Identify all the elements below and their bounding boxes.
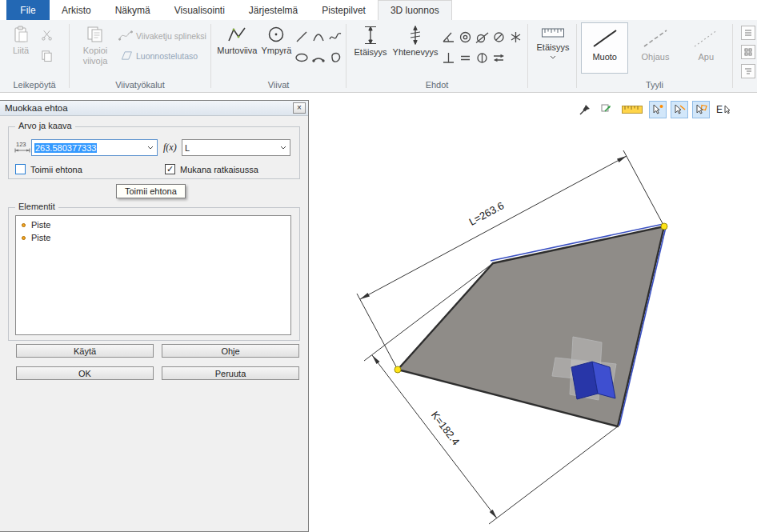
value-combobox[interactable]: 263.580377333 bbox=[31, 139, 158, 156]
blue-solid[interactable] bbox=[571, 362, 615, 399]
checkbox-box-checked[interactable]: ✓ bbox=[165, 164, 175, 174]
ellipse-button[interactable] bbox=[294, 48, 310, 67]
coincident-condition-button[interactable] bbox=[491, 27, 507, 46]
pattern-condition-button[interactable] bbox=[507, 27, 524, 46]
measure-button[interactable] bbox=[619, 101, 645, 118]
tab-jarjestelma[interactable]: Järjestelmä bbox=[237, 0, 310, 20]
apply-button[interactable]: Käytä bbox=[16, 344, 154, 358]
dialog-close-button[interactable]: × bbox=[293, 102, 306, 114]
congruence-icon bbox=[406, 25, 425, 46]
polyline-icon bbox=[226, 25, 247, 44]
tangent-condition-button[interactable] bbox=[474, 27, 491, 46]
pin-viewport-button[interactable] bbox=[576, 101, 594, 118]
elements-group-label: Elementit bbox=[15, 202, 58, 211]
paste-button[interactable]: Liitä bbox=[4, 22, 38, 75]
tangent-icon bbox=[475, 30, 490, 45]
circle-button[interactable]: Ympyrä bbox=[259, 22, 294, 75]
sketch-face[interactable] bbox=[398, 226, 664, 426]
acts-as-condition-checkbox[interactable]: Toimii ehtona bbox=[15, 164, 82, 174]
copy-button[interactable] bbox=[38, 46, 55, 64]
fx-label: f(x) bbox=[163, 142, 177, 154]
pick-line-icon bbox=[673, 103, 686, 116]
ok-button[interactable]: OK bbox=[16, 366, 154, 380]
tree-icon bbox=[743, 66, 753, 76]
style-aux-button[interactable]: Apu bbox=[683, 22, 730, 74]
checkmark-icon: ✓ bbox=[166, 165, 174, 174]
help-button[interactable]: Ohje bbox=[162, 344, 299, 358]
distance-measure-label: Etäisyys bbox=[537, 42, 570, 53]
congruence-button[interactable]: Yhtenevyys bbox=[391, 22, 440, 75]
freehand-button[interactable] bbox=[327, 27, 343, 46]
concentric-condition-button[interactable] bbox=[457, 27, 474, 46]
three-point-arc-button[interactable] bbox=[310, 48, 326, 67]
group-divider bbox=[732, 24, 733, 88]
pin-icon bbox=[579, 103, 591, 116]
ribbon: Liitä bbox=[0, 20, 757, 93]
chain-to-spline-button[interactable]: Viivaketju splineksi bbox=[117, 29, 208, 42]
paste-label: Liitä bbox=[13, 46, 29, 56]
zoom-capture-button[interactable] bbox=[598, 101, 615, 118]
polyline-button[interactable]: Murtoviiva bbox=[215, 22, 259, 75]
vertex-marker[interactable] bbox=[661, 223, 667, 230]
elements-group: Elementit Piste Piste bbox=[8, 207, 300, 341]
pick-elements-label: E bbox=[716, 104, 723, 115]
tooltip: Toimii ehtona bbox=[116, 184, 186, 198]
value-combobox-dropdown[interactable] bbox=[144, 140, 157, 155]
style-shape-label: Muoto bbox=[592, 52, 617, 62]
tab-3d-luonnos[interactable]: 3D luonnos bbox=[378, 0, 452, 20]
line-button[interactable] bbox=[294, 27, 310, 46]
cancel-button[interactable]: Peruuta bbox=[162, 366, 299, 380]
pick-elements-toggle[interactable]: E bbox=[714, 101, 735, 118]
pick-points-toggle[interactable] bbox=[649, 101, 667, 118]
cut-button[interactable] bbox=[38, 26, 55, 43]
pick-faces-toggle[interactable] bbox=[692, 101, 710, 118]
solid-line-icon bbox=[589, 26, 621, 50]
grid-icon bbox=[743, 47, 753, 57]
perpendicular-condition-button[interactable] bbox=[440, 48, 457, 67]
symmetry-condition-button[interactable] bbox=[474, 48, 491, 67]
dash-dot-line-icon bbox=[690, 26, 722, 50]
copy-lines-button[interactable]: Kopioi viivoja bbox=[74, 22, 117, 75]
pick-lines-toggle[interactable] bbox=[671, 101, 688, 118]
tab-nakyma[interactable]: Näkymä bbox=[103, 0, 162, 20]
viewport-toolbar: E bbox=[576, 101, 735, 118]
panel-toggle-list-button[interactable] bbox=[741, 26, 755, 40]
angle-condition-button[interactable] bbox=[440, 27, 457, 46]
equal-condition-button[interactable] bbox=[457, 48, 474, 67]
distance-measure-button[interactable]: Etäisyys bbox=[532, 22, 574, 75]
style-control-button[interactable]: Ohjaus bbox=[631, 22, 679, 74]
elements-listbox[interactable]: Piste Piste bbox=[15, 215, 291, 335]
pattern-icon bbox=[508, 30, 523, 45]
list-item-label: Piste bbox=[31, 220, 50, 230]
arc-button[interactable] bbox=[310, 27, 326, 46]
pick-point-icon bbox=[651, 103, 664, 116]
sketch-plane-button[interactable]: Luonnostelutaso bbox=[117, 49, 208, 62]
acts-as-condition-label: Toimii ehtona bbox=[30, 165, 82, 174]
ribbon-group-style: Muoto Ohjaus Apu Tyyli bbox=[577, 20, 732, 92]
included-in-solution-checkbox[interactable]: ✓ Mukana ratkaisussa bbox=[165, 164, 258, 174]
tab-arkisto[interactable]: Arkisto bbox=[50, 0, 103, 20]
checkbox-box[interactable] bbox=[15, 164, 26, 174]
point-bullet-icon bbox=[22, 236, 26, 240]
closed-spline-button[interactable] bbox=[327, 48, 343, 67]
congruence-label: Yhtenevyys bbox=[393, 47, 439, 58]
dimension-label-K[interactable]: K=182.4 bbox=[429, 409, 463, 447]
tab-file[interactable]: File bbox=[6, 0, 50, 20]
polyline-label: Murtoviiva bbox=[217, 46, 257, 56]
vertex-marker[interactable] bbox=[395, 366, 401, 373]
arc-icon bbox=[311, 30, 326, 44]
tab-pistepilvet[interactable]: Pistepilvet bbox=[310, 0, 378, 20]
list-item[interactable]: Piste bbox=[16, 231, 290, 244]
tab-visualisointi[interactable]: Visualisointi bbox=[162, 0, 237, 20]
panel-toggle-grid-button[interactable] bbox=[741, 45, 755, 59]
formula-combobox-dropdown[interactable] bbox=[277, 140, 290, 155]
swap-condition-button[interactable] bbox=[491, 48, 507, 67]
formula-combobox[interactable]: L bbox=[182, 139, 290, 156]
distance-condition-button[interactable]: Etäisyys bbox=[350, 22, 391, 75]
panel-toggle-tree-button[interactable] bbox=[741, 64, 755, 78]
ruler-icon bbox=[622, 104, 643, 115]
ribbon-tab-bar: File Arkisto Näkymä Visualisointi Järjes… bbox=[0, 0, 757, 20]
style-shape-button[interactable]: Muoto bbox=[581, 22, 628, 74]
dialog-title-bar[interactable]: Muokkaa ehtoa × bbox=[0, 101, 308, 116]
list-item[interactable]: Piste bbox=[16, 218, 290, 231]
